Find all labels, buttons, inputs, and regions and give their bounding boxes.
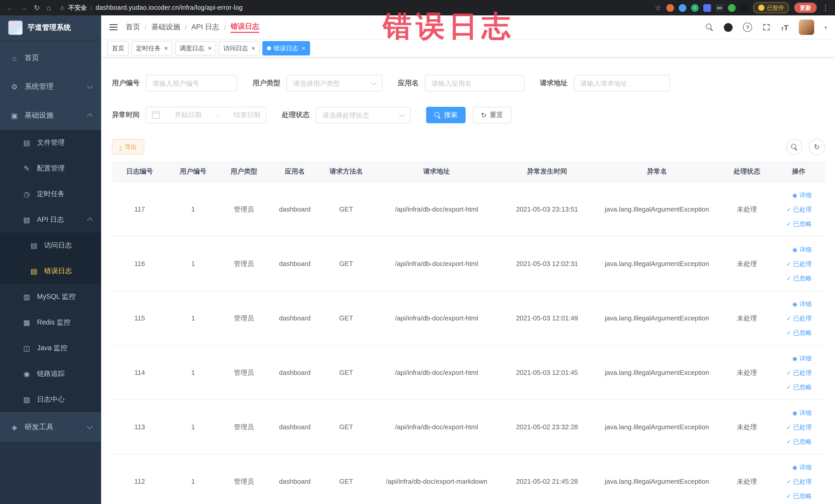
address-bar[interactable]: ⚠ 不安全 | dashboard.yudao.iocoder.cn/infra… (60, 3, 648, 12)
bookmark-star-icon[interactable]: ☆ (655, 4, 661, 11)
cell-log-id: 112 (112, 454, 167, 504)
sidebar-item-label: Java 监控 (37, 344, 67, 353)
sidebar-item-redis[interactable]: ▦Redis 监控 (0, 310, 101, 335)
browser-home-icon[interactable]: ⌂ (46, 4, 51, 11)
search-button[interactable]: 搜索 (426, 107, 466, 123)
action-processed-link[interactable]: ✓已处理 (775, 202, 812, 217)
fullscreen-icon[interactable] (762, 23, 771, 31)
action-detail-link[interactable]: ◉详细 (775, 351, 812, 365)
log-center-icon: ▨ (23, 396, 31, 404)
sidebar-item-infrastructure[interactable]: ▣基础设施 (0, 101, 101, 130)
api-log-icon: ▧ (23, 216, 31, 224)
sidebar-item-error-log[interactable]: ▤错误日志 (0, 258, 101, 284)
extension-paw[interactable] (740, 4, 748, 12)
tab-job-log[interactable]: 调度日志× (175, 41, 216, 56)
process-status-select[interactable] (316, 107, 411, 123)
cell-time: 2021-05-03 23:13:51 (501, 182, 593, 237)
table-toolbar: ↓ 导出 ↻ (112, 139, 825, 155)
tab-error-log[interactable]: 错误日志× (262, 41, 310, 56)
extension-on-badge[interactable]: on (716, 4, 724, 12)
reset-button-label: 重置 (490, 110, 503, 120)
app-name-input[interactable] (425, 75, 524, 92)
extension-blue-grid[interactable] (703, 4, 711, 12)
action-detail-link[interactable]: ◉详细 (775, 405, 812, 420)
tab-access-log[interactable]: 访问日志× (219, 41, 260, 56)
action-detail-link[interactable]: ◉详细 (775, 188, 812, 202)
check-icon: ✓ (787, 271, 791, 285)
breadcrumb-item[interactable]: 基础设施 (151, 23, 180, 32)
tab-close-icon[interactable]: × (208, 45, 211, 52)
action-detail-link[interactable]: ◉详细 (775, 242, 812, 257)
breadcrumb-item[interactable]: API 日志 (191, 23, 220, 32)
extension-green-leaf[interactable] (728, 4, 736, 12)
sidebar-item-mysql[interactable]: ▥MySQL 监控 (0, 284, 101, 310)
github-icon[interactable] (724, 23, 733, 32)
sidebar-toggle-icon[interactable] (109, 24, 118, 30)
export-button[interactable]: ↓ 导出 (112, 139, 144, 155)
tab-job[interactable]: 定时任务× (131, 41, 172, 56)
sidebar-item-dev-tools[interactable]: ◈研发工具 (0, 412, 101, 442)
action-label: 已忽略 (793, 325, 812, 340)
avatar[interactable] (799, 20, 814, 35)
action-processed-link[interactable]: ✓已处理 (775, 311, 812, 325)
action-processed-link[interactable]: ✓已处理 (775, 420, 812, 434)
tab-close-icon[interactable]: × (302, 45, 305, 52)
paused-badge[interactable]: 已暂停 (753, 2, 789, 13)
action-ignored-link[interactable]: ✓已忽略 (775, 434, 812, 448)
search-icon[interactable] (706, 23, 714, 31)
avatar-caret-icon[interactable]: ▾ (824, 24, 827, 30)
infrastructure-icon: ▣ (10, 112, 19, 120)
user-type-select[interactable] (286, 75, 383, 92)
extension-green-circle[interactable]: V (691, 4, 699, 12)
sidebar-item-label: API 日志 (37, 215, 64, 224)
breadcrumb-item[interactable]: 首页 (126, 23, 140, 32)
sidebar-item-access-log[interactable]: ▤访问日志 (0, 233, 101, 258)
action-processed-link[interactable]: ✓已处理 (775, 365, 812, 380)
action-ignored-link[interactable]: ✓已忽略 (775, 271, 812, 285)
extension-blue-drop[interactable] (679, 4, 686, 12)
cell-log-id: 113 (112, 400, 167, 454)
refresh-button[interactable]: ↻ (809, 139, 825, 155)
tab-label: 调度日志 (180, 44, 204, 53)
action-label: 已处理 (793, 202, 812, 217)
date-range-picker[interactable]: 开始日期 - 结束日期 (146, 107, 266, 123)
sidebar-item-api-log[interactable]: ▧API 日志 (0, 207, 101, 233)
sidebar-item-home[interactable]: ⌂首页 (0, 44, 101, 73)
sidebar-item-config[interactable]: ✎配置管理 (0, 156, 101, 181)
action-ignored-link[interactable]: ✓已忽略 (775, 489, 812, 503)
sidebar-item-trace[interactable]: ◉链路追踪 (0, 361, 101, 387)
action-processed-link[interactable]: ✓已处理 (775, 474, 812, 489)
update-button[interactable]: 更新 (794, 3, 817, 13)
action-ignored-link[interactable]: ✓已忽略 (775, 325, 812, 340)
sidebar-item-file[interactable]: ▤文件管理 (0, 130, 101, 156)
action-ignored-link[interactable]: ✓已忽略 (775, 380, 812, 394)
extension-orange-circle[interactable] (666, 4, 674, 12)
action-ignored-link[interactable]: ✓已忽略 (775, 217, 812, 231)
sidebar-item-job[interactable]: ◷定时任务 (0, 181, 101, 207)
action-detail-link[interactable]: ◉详细 (775, 460, 812, 474)
back-icon[interactable]: ← (6, 4, 13, 11)
action-detail-link[interactable]: ◉详细 (775, 297, 812, 311)
search-toggle-button[interactable] (786, 139, 802, 155)
tab-close-icon[interactable]: × (251, 45, 255, 52)
request-url-input[interactable] (574, 75, 670, 92)
filter-row-1: 用户编号 用户类型 应用名 请求 (112, 75, 825, 92)
tab-home[interactable]: 首页 (107, 41, 129, 56)
font-size-icon[interactable]: TT (781, 23, 789, 32)
sidebar-item-log-center[interactable]: ▨日志中心 (0, 387, 101, 412)
tab-close-icon[interactable]: × (164, 45, 168, 52)
action-processed-link[interactable]: ✓已处理 (775, 257, 812, 271)
help-icon[interactable]: ? (743, 23, 752, 32)
filter-exception-time: 异常时间 开始日期 - 结束日期 (112, 107, 266, 123)
url-text: dashboard.yudao.iocoder.cn/infra/log/api… (96, 4, 243, 11)
sidebar-item-java[interactable]: ◫Java 监控 (0, 335, 101, 361)
export-button-label: 导出 (124, 142, 137, 151)
reload-icon[interactable]: ↻ (34, 4, 40, 11)
logo[interactable]: 芋道管理系统 (0, 15, 101, 41)
browser-menu-icon[interactable]: ⋮ (822, 4, 829, 11)
forward-icon[interactable]: → (20, 4, 27, 11)
action-label: 已忽略 (793, 217, 812, 231)
sidebar-item-system[interactable]: ⚙系统管理 (0, 73, 101, 101)
user-id-input[interactable] (146, 75, 237, 92)
reset-button[interactable]: ↻ 重置 (473, 107, 511, 123)
